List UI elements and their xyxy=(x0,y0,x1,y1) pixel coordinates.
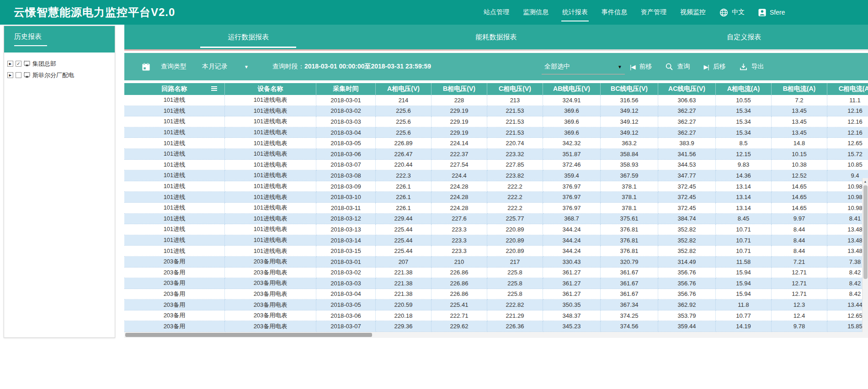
query-range-label: 查询时段： xyxy=(272,63,304,71)
cell: 223.3 xyxy=(431,235,487,246)
column-header-4[interactable]: B相电压(V) xyxy=(431,83,487,95)
query-type-value[interactable]: 本月记录 xyxy=(202,63,228,71)
nav-item-4[interactable]: 资产管理 xyxy=(641,0,666,25)
nav-item-1[interactable]: 监测信息 xyxy=(523,0,548,25)
scroll-up-arrow[interactable]: ▲ xyxy=(863,178,868,184)
expand-icon[interactable]: ▶ xyxy=(7,72,13,78)
cell: 222.71 xyxy=(431,310,487,321)
cell: 221.29 xyxy=(487,310,543,321)
column-header-8[interactable]: AC线电压(V) xyxy=(658,83,716,95)
table-row-12[interactable]: 101进线101进线电表2018-03-13225.44223.3220.893… xyxy=(124,224,868,235)
query-type-dropdown-arrow[interactable]: ▼ xyxy=(244,64,249,69)
cell: 226.1 xyxy=(376,192,431,203)
cell: 220.74 xyxy=(487,138,543,149)
expand-icon[interactable]: ▶ xyxy=(7,61,13,67)
column-header-3[interactable]: A相电压(V) xyxy=(376,83,431,95)
table-row-19[interactable]: 203备用203备用电表2018-03-05220.59225.41222.82… xyxy=(124,300,868,310)
column-header-11[interactable]: C相电流(A) xyxy=(827,83,868,95)
cell: 220.89 xyxy=(487,224,543,235)
cell: 349.12 xyxy=(601,106,658,117)
cell: 7.21 xyxy=(772,257,827,268)
cell: 353.79 xyxy=(658,310,716,321)
table-row-6[interactable]: 101进线101进线电表2018-03-07220.44227.54227.85… xyxy=(124,160,868,171)
table-row-18[interactable]: 203备用203备用电表2018-03-04221.38226.86225.83… xyxy=(124,289,868,300)
move-back-button[interactable]: |◀ 前移 xyxy=(630,63,652,71)
language-switch[interactable]: 中文 xyxy=(719,0,745,25)
horizontal-scroll-thumb[interactable] xyxy=(125,333,372,337)
cell: 229.19 xyxy=(431,127,487,138)
table-row-2[interactable]: 101进线101进线电表2018-03-03225.6229.19221.533… xyxy=(124,116,868,127)
cell: 221.38 xyxy=(376,289,431,300)
table-row-17[interactable]: 203备用203备用电表2018-03-03221.38226.86225.83… xyxy=(124,278,868,289)
vertical-scrollbar[interactable]: ▲ ▼ xyxy=(862,178,868,332)
cell: 10.71 xyxy=(716,235,772,246)
cell: 101进线电表 xyxy=(225,192,316,203)
horizontal-scrollbar[interactable] xyxy=(124,332,868,338)
cell: 203备用 xyxy=(124,257,225,268)
search-button[interactable]: 查询 xyxy=(666,63,690,71)
sidebar: 历史报表 ▶✓集团总部▶斯菲尔分厂配电 xyxy=(4,26,115,338)
column-header-2[interactable]: 采集时间 xyxy=(316,83,376,95)
nav-item-5[interactable]: 视频监控 xyxy=(680,0,706,25)
cell: 101进线电表 xyxy=(225,214,316,225)
column-menu-icon[interactable] xyxy=(211,86,217,92)
cell: 372.45 xyxy=(658,192,716,203)
cell: 362.92 xyxy=(658,300,716,310)
loop-select[interactable]: 全部选中 ▼ xyxy=(542,59,625,74)
vertical-scroll-thumb[interactable] xyxy=(863,185,868,279)
column-header-9[interactable]: A相电流(A) xyxy=(716,83,772,95)
table-row-20[interactable]: 203备用203备用电表2018-03-06220.18222.71221.29… xyxy=(124,310,868,321)
calendar-icon[interactable] xyxy=(142,63,150,71)
table-row-16[interactable]: 203备用203备用电表2018-03-02221.38226.86225.83… xyxy=(124,268,868,279)
column-header-5[interactable]: C相电压(V) xyxy=(487,83,543,95)
table-row-9[interactable]: 101进线101进线电表2018-03-10226.1224.28222.237… xyxy=(124,192,868,203)
cell: 10.55 xyxy=(716,95,772,106)
tab-1[interactable]: 能耗数据报表 xyxy=(372,25,620,49)
column-header-0[interactable]: 回路名称 xyxy=(124,83,225,95)
nav-item-2[interactable]: 统计报表 xyxy=(562,0,588,25)
table-row-13[interactable]: 101进线101进线电表2018-03-14225.44223.3220.893… xyxy=(124,235,868,246)
column-header-10[interactable]: B相电流(A) xyxy=(772,83,827,95)
table-row-14[interactable]: 101进线101进线电表2018-03-15225.44223.3220.893… xyxy=(124,246,868,257)
tab-0[interactable]: 运行数据报表 xyxy=(124,25,372,49)
column-header-1[interactable]: 设备名称 xyxy=(225,83,316,95)
table-row-15[interactable]: 203备用203备用电表2018-03-01207210217330.43320… xyxy=(124,257,868,268)
cell: 12.16 xyxy=(827,106,868,117)
cell: 352.82 xyxy=(658,235,716,246)
table-row-4[interactable]: 101进线101进线电表2018-03-05226.89224.14220.74… xyxy=(124,138,868,149)
table-row-10[interactable]: 101进线101进线电表2018-03-11226.1224.28222.237… xyxy=(124,203,868,214)
tree-item-0[interactable]: ▶✓集团总部 xyxy=(4,58,115,69)
cell: 222.82 xyxy=(487,300,543,310)
cell: 14.65 xyxy=(772,203,827,214)
table-row-1[interactable]: 101进线101进线电表2018-03-02225.6229.19221.533… xyxy=(124,106,868,117)
cell: 222.2 xyxy=(487,203,543,214)
table-row-8[interactable]: 101进线101进线电表2018-03-09226.1224.28222.237… xyxy=(124,181,868,192)
user-menu[interactable]: Sfere xyxy=(758,0,785,25)
org-icon xyxy=(24,72,30,78)
table-row-11[interactable]: 101进线101进线电表2018-03-12229.44227.6225.773… xyxy=(124,214,868,225)
query-range-value: 2018-03-01 00:00:00至2018-03-31 23:59:59 xyxy=(304,63,431,71)
table-row-5[interactable]: 101进线101进线电表2018-03-06226.47222.37223.32… xyxy=(124,149,868,160)
globe-icon xyxy=(719,8,728,17)
checkbox[interactable]: ✓ xyxy=(16,61,21,67)
nav-item-3[interactable]: 事件信息 xyxy=(602,0,627,25)
cell: 223.3 xyxy=(431,224,487,235)
nav-item-0[interactable]: 站点管理 xyxy=(484,0,509,25)
column-header-6[interactable]: AB线电压(V) xyxy=(543,83,601,95)
cell: 352.82 xyxy=(658,224,716,235)
table-row-7[interactable]: 101进线101进线电表2018-03-08222.3224.4223.8235… xyxy=(124,170,868,181)
checkbox[interactable] xyxy=(16,72,21,78)
table-row-21[interactable]: 203备用203备用电表2018-03-07229.36229.62226.36… xyxy=(124,321,868,332)
table-row-0[interactable]: 101进线101进线电表2018-03-01214228213324.91316… xyxy=(124,95,868,106)
export-button[interactable]: 导出 xyxy=(740,63,764,71)
tab-2[interactable]: 自定义报表 xyxy=(620,25,868,49)
export-icon xyxy=(740,63,747,71)
cell: 378.1 xyxy=(601,203,658,214)
column-header-7[interactable]: BC线电压(V) xyxy=(601,83,658,95)
cell: 361.67 xyxy=(601,278,658,289)
tree-item-1[interactable]: ▶斯菲尔分厂配电 xyxy=(4,69,115,81)
report-table: 回路名称设备名称采集时间A相电压(V)B相电压(V)C相电压(V)AB线电压(V… xyxy=(124,83,868,332)
cell: 101进线电表 xyxy=(225,95,316,106)
table-row-3[interactable]: 101进线101进线电表2018-03-04225.6229.19221.533… xyxy=(124,127,868,138)
move-forward-button[interactable]: ▶| 后移 xyxy=(703,63,725,71)
